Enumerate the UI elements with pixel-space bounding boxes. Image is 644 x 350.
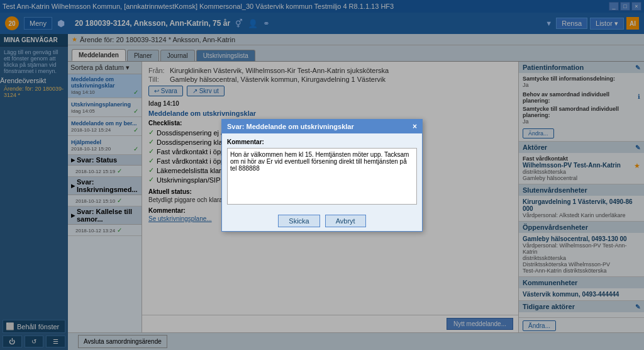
dialog: Svar: Meddelande om utskrivningsklar × K… <box>221 119 423 232</box>
dialog-skicka-button[interactable]: Skicka <box>278 215 319 227</box>
dialog-comment-textarea[interactable]: Hon är välkommen hem kl 15. Hemtjänsten … <box>227 148 417 205</box>
dialog-avbryt-button[interactable]: Avbryt <box>325 215 366 227</box>
dialog-overlay: Svar: Meddelande om utskrivningsklar × K… <box>0 0 644 350</box>
dialog-footer: Skicka Avbryt <box>222 211 422 231</box>
dialog-close-button[interactable]: × <box>413 122 417 131</box>
dialog-comment-label: Kommentar: <box>227 138 417 145</box>
dialog-title: Svar: Meddelande om utskrivningsklar <box>227 123 354 130</box>
dialog-header: Svar: Meddelande om utskrivningsklar × <box>222 120 422 133</box>
dialog-body: Kommentar: Hon är välkommen hem kl 15. H… <box>222 133 422 211</box>
